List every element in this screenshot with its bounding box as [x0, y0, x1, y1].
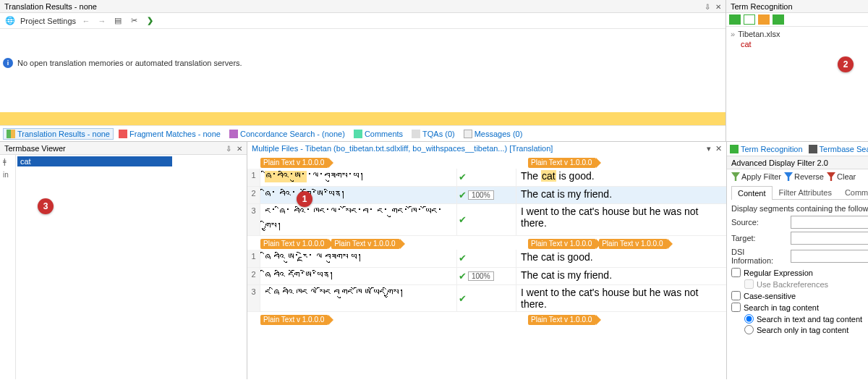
tool-icon[interactable]: ✂: [128, 15, 140, 27]
close-icon[interactable]: ✕: [237, 145, 242, 153]
tab-fragment-matches[interactable]: Fragment Matches - none: [115, 128, 224, 140]
term-recognition-title: Term Recognition: [731, 2, 864, 11]
info-icon: i: [3, 58, 13, 68]
term-add-icon[interactable]: [744, 14, 755, 25]
subtab-filter-attributes[interactable]: Filter Attributes: [773, 185, 838, 199]
info-message: No open translation memories or automate…: [17, 59, 242, 67]
close-icon[interactable]: ✕: [715, 3, 721, 11]
confirm-icon: ✔: [459, 271, 467, 282]
segment-source[interactable]: ཞི བའི དགོ་ཨེ་ཡིན།: [260, 268, 457, 285]
apply-filter-button[interactable]: Apply Filter: [731, 172, 781, 181]
segment-status: ✔: [457, 285, 516, 311]
world-icon[interactable]: 🌐: [4, 15, 16, 27]
file-tag: Plain Text v 1.0.0.0: [331, 239, 399, 249]
segment-source[interactable]: ཞི བའི ཨུ་ རྗེ་ ལ བཟུགས ཡ།: [260, 250, 457, 267]
segment-target[interactable]: The cat is good.: [516, 169, 726, 186]
segment-source[interactable]: ཞི་ བའི་ དགོ་ཨེ་ཡིན།: [260, 187, 457, 204]
segment-number: 2: [247, 268, 260, 285]
tab-tqas[interactable]: TQAs (0): [408, 128, 459, 140]
casesens-checkbox[interactable]: [731, 291, 741, 300]
casesens-label: Case-sensitive: [744, 292, 796, 300]
term-settings-icon[interactable]: [773, 14, 784, 25]
adf-title: Advanced Display Filter 2.0: [731, 159, 868, 167]
regex-checkbox[interactable]: [731, 268, 741, 277]
term-recognition-toolbar: [726, 13, 868, 27]
source-input[interactable]: [791, 216, 868, 229]
segment-number: 3: [247, 204, 260, 235]
segment-number: 3: [247, 285, 260, 311]
confirm-icon: ✔: [459, 190, 467, 200]
status-bar: [0, 112, 726, 125]
rb-only-tag[interactable]: [744, 325, 754, 334]
segment-row[interactable]: 1 ཞི་བའི་ཨུ་་ལ་བཟུགས་ཡ། ✔ The cat is goo…: [247, 169, 726, 187]
clear-filter-button[interactable]: Clear: [827, 172, 856, 181]
nav-back-icon[interactable]: ←: [80, 15, 92, 27]
segment-target[interactable]: I went to the cat's house but he was not…: [516, 204, 726, 235]
editor-file-label: Multiple Files - Tibetan (bo_tibetan.txt…: [252, 144, 707, 153]
searchtag-label: Search in tag content: [744, 303, 819, 312]
segment-target[interactable]: The cat is good.: [516, 250, 726, 267]
segment-row[interactable]: 3 ང་ ཞི་ བའི་ ཁང་ལ་ སོང་བ་ ང་ གུང་ ཁོ་ ཡ…: [247, 204, 726, 236]
pin-icon[interactable]: ⇩: [226, 145, 231, 153]
tab-comments[interactable]: Comments: [350, 128, 407, 140]
term-record-icon[interactable]: [758, 14, 770, 25]
close-icon[interactable]: ✕: [715, 144, 722, 153]
searchtag-checkbox[interactable]: [731, 303, 741, 312]
term-hit[interactable]: cat: [741, 40, 864, 48]
segment-row[interactable]: 3 ང ཞི བའི ཁང ལ སོང བ གུང ཁོ ཨ ཡོང གྱིས།…: [247, 285, 726, 312]
adf-subtabs: Content Filter Attributes Comments: [731, 185, 868, 200]
dropdown-icon[interactable]: ▾: [707, 144, 711, 153]
subtab-comments[interactable]: Comments: [838, 185, 868, 199]
target-input[interactable]: [791, 232, 868, 245]
term-view-icon[interactable]: [729, 14, 741, 25]
confirm-icon: ✔: [459, 214, 467, 225]
segment-table: Plain Text v 1.0.0.0Plain Text v 1.0.0.0…: [247, 155, 726, 379]
segment-target[interactable]: I went to the cat's house but he was not…: [516, 285, 726, 311]
right-tab-bar: Term Recognition Termbase Search: [727, 142, 868, 156]
subtab-content[interactable]: Content: [731, 186, 773, 200]
tab-translation-results[interactable]: Translation Results - none: [3, 128, 114, 140]
tab-concordance-search[interactable]: Concordance Search - (none): [226, 128, 349, 140]
termbase-side-strip: ǂ in: [0, 155, 16, 379]
editor-panel: Multiple Files - Tibetan (bo_tibetan.txt…: [247, 142, 727, 379]
go-icon[interactable]: ❯: [144, 15, 156, 27]
dsi-input[interactable]: [791, 250, 868, 263]
confirm-icon: ✔: [459, 293, 467, 304]
file-tag: Plain Text v 1.0.0.0: [528, 239, 596, 249]
reverse-filter-button[interactable]: Reverse: [784, 172, 824, 181]
term-recognition-body: Tibetan.xlsx cat: [726, 27, 868, 51]
match-score: 100%: [468, 190, 494, 200]
tab-termbase-search[interactable]: Termbase Search: [809, 145, 868, 153]
file-tag: Plain Text v 1.0.0.0: [260, 158, 328, 168]
termbase-viewer-panel: Termbase Viewer ⇩ ✕ ǂ in cat 3: [0, 142, 247, 379]
segment-source[interactable]: ང ཞི བའི ཁང ལ སོང བ གུང ཁོ ཨ ཡོང གྱིས།: [260, 285, 457, 311]
term-recognition-header: Term Recognition: [726, 0, 868, 13]
segment-row[interactable]: 1 ཞི བའི ཨུ་ རྗེ་ ལ བཟུགས ཡ། ✔ The cat i…: [247, 250, 726, 268]
segment-status: ✔100%: [457, 187, 516, 204]
tab-term-recognition[interactable]: Term Recognition: [730, 145, 803, 153]
file-tag: Plain Text v 1.0.0.0: [260, 239, 328, 249]
backref-label: Use Backreferences: [757, 280, 828, 289]
side-glyph-1: ǂ: [0, 158, 15, 171]
adf-body: Apply Filter Reverse Clear Content Filte…: [727, 169, 868, 339]
segment-target[interactable]: The cat is my friend.: [516, 187, 726, 204]
list-icon[interactable]: ▤: [112, 15, 124, 27]
tab-messages[interactable]: Messages (0): [460, 128, 527, 140]
termbase-viewer-title: Termbase Viewer: [4, 144, 223, 153]
segment-number: 1: [247, 250, 260, 267]
editor-file-tab[interactable]: Multiple Files - Tibetan (bo_tibetan.txt…: [247, 142, 726, 155]
rb-text-and-tag[interactable]: [744, 314, 754, 324]
segment-source[interactable]: ང་ ཞི་ བའི་ ཁང་ལ་ སོང་བ་ ང་ གུང་ ཁོ་ ཡོང…: [260, 204, 457, 235]
segment-source[interactable]: ཞི་བའི་ཨུ་་ལ་བཟུགས་ཡ།: [260, 169, 457, 186]
translation-results-body: i No open translation memories or automa…: [0, 29, 726, 112]
nav-fwd-icon[interactable]: →: [96, 15, 108, 27]
termbase-entry[interactable]: cat: [17, 156, 172, 166]
segment-row[interactable]: 2 ཞི་ བའི་ དགོ་ཨེ་ཡིན། ✔100% The cat is …: [247, 187, 726, 205]
segment-target[interactable]: The cat is my friend.: [516, 268, 726, 285]
pin-icon[interactable]: ⇩: [705, 3, 710, 11]
rb-only-tag-label: Search only in tag content: [757, 326, 848, 334]
project-settings-link[interactable]: Project Settings: [20, 17, 76, 25]
annotation-2: 2: [838, 56, 854, 72]
segment-row[interactable]: 2 ཞི བའི དགོ་ཨེ་ཡིན། ✔100% The cat is my…: [247, 268, 726, 286]
side-glyph-2: in: [0, 171, 15, 184]
